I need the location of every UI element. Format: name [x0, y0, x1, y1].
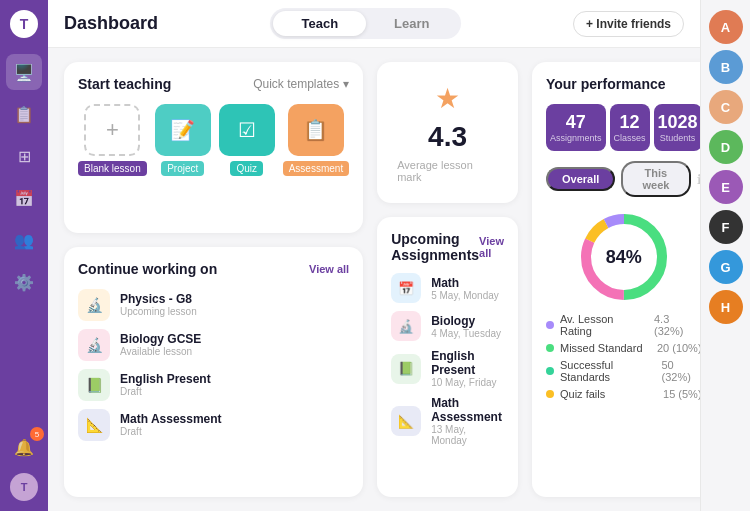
av-lesson-value: 4.3 (32%): [654, 313, 700, 337]
classes-stat: 12 Classes: [610, 104, 650, 151]
template-grid: + Blank lesson 📝 Project ☑ Quiz 📋 Assess…: [78, 104, 349, 176]
donut-label: 84%: [606, 247, 642, 268]
quiz-fails-dot: [546, 390, 554, 398]
star-icon: ★: [435, 82, 460, 115]
user-avatar[interactable]: T: [10, 473, 38, 501]
project-label: Project: [161, 161, 204, 176]
avatar-6[interactable]: F: [709, 210, 743, 244]
middle-column: ★ 4.3 Average lesson mark Upcoming Assig…: [377, 62, 518, 497]
math-upcoming-name: Math: [431, 276, 499, 290]
right-avatars-panel: A B C D E F G H: [700, 0, 750, 511]
physics-name: Physics - G8: [120, 292, 197, 306]
math2-upcoming-info: Math Assessment 13 May, Monday: [431, 396, 504, 446]
students-label: Students: [658, 133, 698, 143]
sidebar-item-grid[interactable]: ⊞: [6, 138, 42, 174]
math-icon: 📐: [78, 409, 110, 441]
upcoming-view-all[interactable]: View all: [479, 235, 504, 259]
tab-learn[interactable]: Learn: [366, 11, 457, 36]
lesson-list: 🔬 Physics - G8 Upcoming lesson 🔬 Biology…: [78, 289, 349, 441]
quick-templates-dropdown[interactable]: Quick templates ▾: [253, 77, 349, 91]
math-upcoming-icon: 📅: [391, 273, 421, 303]
math-sub: Draft: [120, 426, 222, 437]
missed-value: 20 (10%): [657, 342, 700, 354]
list-item: 🔬 Physics - G8 Upcoming lesson: [78, 289, 349, 321]
upcoming-list: 📅 Math 5 May, Monday 🔬 Biology 4 May, Tu…: [391, 273, 504, 446]
physics-sub: Upcoming lesson: [120, 306, 197, 317]
avatar-2[interactable]: B: [709, 50, 743, 84]
quiz-label: Quiz: [230, 161, 263, 176]
assignments-stat: 47 Assignments: [546, 104, 606, 151]
assignments-number: 47: [550, 112, 602, 133]
app-logo[interactable]: T: [10, 10, 38, 38]
physics-info: Physics - G8 Upcoming lesson: [120, 292, 197, 317]
sidebar-item-calendar[interactable]: 📅: [6, 180, 42, 216]
performance-metrics: Av. Lesson Rating 4.3 (32%) Missed Stand…: [546, 313, 700, 400]
list-item: 🔬 Biology 4 May, Tuesday: [391, 311, 504, 341]
math2-upcoming-date: 13 May, Monday: [431, 424, 504, 446]
list-item: 📐 Math Assessment 13 May, Monday: [391, 396, 504, 446]
performance-header: Your performance: [546, 76, 700, 92]
english-info: English Present Draft: [120, 372, 211, 397]
blank-label: Blank lesson: [78, 161, 147, 176]
math-upcoming-date: 5 May, Monday: [431, 290, 499, 301]
english-sub: Draft: [120, 386, 211, 397]
bio-upcoming-info: Biology 4 May, Tuesday: [431, 314, 501, 339]
math2-upcoming-icon: 📐: [391, 406, 421, 436]
biology-icon: 🔬: [78, 329, 110, 361]
avatar-8[interactable]: H: [709, 290, 743, 324]
sidebar-item-lessons[interactable]: 📋: [6, 96, 42, 132]
template-blank[interactable]: + Blank lesson: [78, 104, 147, 176]
template-quiz[interactable]: ☑ Quiz: [219, 104, 275, 176]
sidebar-item-users[interactable]: 👥: [6, 222, 42, 258]
start-teaching-card: Start teaching Quick templates ▾ + Blank…: [64, 62, 363, 233]
sidebar-item-home[interactable]: 🖥️: [6, 54, 42, 90]
math-upcoming-info: Math 5 May, Monday: [431, 276, 499, 301]
rating-card: ★ 4.3 Average lesson mark: [377, 62, 518, 203]
students-stat: 1028 Students: [654, 104, 700, 151]
assessment-label: Assessment: [283, 161, 349, 176]
rating-number: 4.3: [428, 121, 467, 153]
template-assessment[interactable]: 📋 Assessment: [283, 104, 349, 176]
quiz-fails-label: Quiz fails: [560, 388, 605, 400]
sidebar: T 🖥️ 📋 ⊞ 📅 👥 ⚙️ 🔔 5 T: [0, 0, 48, 511]
math-name: Math Assessment: [120, 412, 222, 426]
sidebar-item-settings[interactable]: ⚙️: [6, 264, 42, 300]
list-item: 📗 English Present 10 May, Friday: [391, 349, 504, 388]
continue-working-title: Continue working on: [78, 261, 217, 277]
invite-friends-button[interactable]: + Invite friends: [573, 11, 684, 37]
avatar-7[interactable]: G: [709, 250, 743, 284]
classes-number: 12: [614, 112, 646, 133]
bio-upcoming-name: Biology: [431, 314, 501, 328]
eng-upcoming-icon: 📗: [391, 354, 421, 384]
successful-dot: [546, 367, 554, 375]
main-content: Dashboard Teach Learn + Invite friends S…: [48, 0, 700, 511]
tab-overall[interactable]: Overall: [546, 167, 615, 191]
upcoming-header: Upcoming Assignments View all: [391, 231, 504, 263]
math2-upcoming-name: Math Assessment: [431, 396, 504, 424]
start-teaching-header: Start teaching Quick templates ▾: [78, 76, 349, 92]
donut-wrapper: 84%: [574, 207, 674, 307]
avatar-4[interactable]: D: [709, 130, 743, 164]
biology-info: Biology GCSE Available lesson: [120, 332, 201, 357]
list-item: 📐 Math Assessment Draft: [78, 409, 349, 441]
dashboard: Start teaching Quick templates ▾ + Blank…: [48, 48, 700, 511]
tab-teach[interactable]: Teach: [273, 11, 366, 36]
av-lesson-label: Av. Lesson Rating: [560, 313, 648, 337]
project-icon: 📝: [155, 104, 211, 156]
missed-label: Missed Standard: [560, 342, 643, 354]
continue-view-all[interactable]: View all: [309, 263, 349, 275]
bio-upcoming-date: 4 May, Tuesday: [431, 328, 501, 339]
continue-working-header: Continue working on View all: [78, 261, 349, 277]
avatar-3[interactable]: C: [709, 90, 743, 124]
blank-icon: +: [84, 104, 140, 156]
template-project[interactable]: 📝 Project: [155, 104, 211, 176]
tab-this-week[interactable]: This week: [621, 161, 690, 197]
avatar-5[interactable]: E: [709, 170, 743, 204]
physics-icon: 🔬: [78, 289, 110, 321]
avatar-1[interactable]: A: [709, 10, 743, 44]
assessment-icon: 📋: [288, 104, 344, 156]
list-item: 📗 English Present Draft: [78, 369, 349, 401]
math-info: Math Assessment Draft: [120, 412, 222, 437]
notification-bell[interactable]: 🔔 5: [6, 429, 42, 465]
page-title: Dashboard: [64, 13, 158, 34]
